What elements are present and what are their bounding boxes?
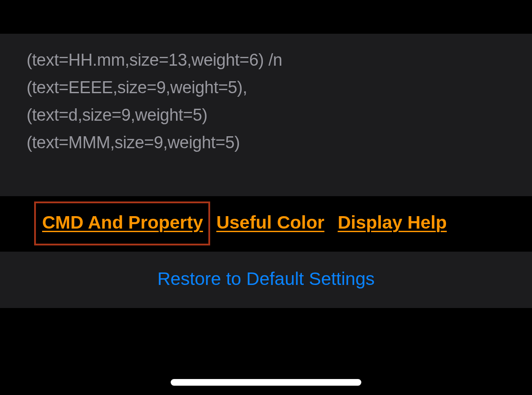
- bottom-spacer: [0, 308, 532, 395]
- useful-color-link-wrapper: Useful Color: [216, 212, 325, 233]
- config-text-panel: (text=HH.mm,size=13,weight=6) /n (text=E…: [0, 34, 532, 196]
- restore-default-button[interactable]: Restore to Default Settings: [157, 269, 375, 289]
- useful-color-link[interactable]: Useful Color: [216, 212, 325, 233]
- display-help-link-wrapper: Display Help: [338, 212, 447, 233]
- cmd-property-link[interactable]: CMD And Property: [42, 212, 203, 233]
- cmd-property-link-wrapper: CMD And Property: [34, 201, 210, 245]
- top-spacer: [0, 0, 532, 34]
- home-indicator[interactable]: [171, 379, 361, 386]
- config-line-4: (text=MMM,size=9,weight=5): [27, 129, 505, 156]
- config-line-2: (text=EEEE,size=9,weight=5),: [27, 74, 505, 101]
- help-links-row: CMD And Property Useful Color Display He…: [0, 196, 532, 252]
- config-line-3: (text=d,size=9,weight=5): [27, 101, 505, 129]
- config-line-1: (text=HH.mm,size=13,weight=6) /n: [27, 46, 505, 74]
- display-help-link[interactable]: Display Help: [338, 212, 447, 233]
- restore-panel: Restore to Default Settings: [0, 252, 532, 308]
